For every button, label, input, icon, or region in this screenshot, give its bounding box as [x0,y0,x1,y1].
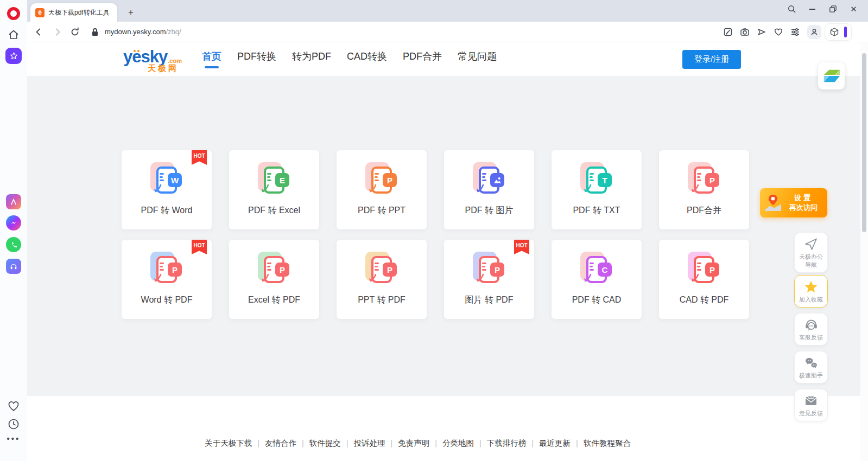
hot-badge: HOT [192,240,207,254]
widget-fast-assistant[interactable]: 极速助手 [794,351,828,383]
nav-item-5[interactable]: 常见问题 [458,42,497,76]
search-tabs-icon[interactable] [787,4,796,14]
close-button[interactable]: ✕ [849,4,858,14]
page-scrollbar[interactable] [860,42,868,461]
conversion-icon: P [362,162,401,198]
footer-link[interactable]: 友情合作 [265,439,296,447]
format-badge: P [705,262,719,277]
ssl-lock-icon[interactable] [90,27,100,37]
conversion-card[interactable]: HOT P CAD 转 PDF [659,240,749,319]
footer-link[interactable]: 下载排行榜 [487,439,527,447]
nav-item-label: CAD转换 [347,50,387,63]
footer-link[interactable]: 投诉处理 [353,439,385,447]
widget-customer-service[interactable]: 客服反馈 [794,313,828,345]
nav-item-3[interactable]: CAD转换 [347,42,387,76]
format-badge: P [168,262,182,277]
conversion-card[interactable]: HOT P PDF 转 PPT [337,150,427,229]
tab-favicon: ë [35,8,45,17]
sidebar-more-icon[interactable]: ••• [0,434,27,443]
tab-bar: ë 天极下载pdf转化工具 + ✕ [27,0,868,22]
star-icon [9,52,18,61]
widget-office-navigation[interactable]: 天极办公导航 [794,232,828,273]
widget-feedback[interactable]: 意见反馈 [794,389,828,421]
image-glyph-icon [493,176,502,184]
history-clock-icon[interactable] [7,418,20,431]
address-toolbar: mydown.yesky.com/zhq/ [27,22,868,42]
reload-button[interactable] [70,27,80,37]
conversion-icon: P [147,252,186,287]
main-nav: 首页PDF转换转为PDFCAD转换PDF合并常见问题 [202,42,497,76]
conversion-card-title: Word 转 PDF [122,294,212,306]
footer-link[interactable]: 关于天极下载 [205,439,252,447]
minimize-button[interactable] [808,4,817,14]
address-bar[interactable]: mydown.yesky.com/zhq/ [105,28,181,36]
footer-link[interactable]: 分类地图 [442,439,474,447]
restore-button[interactable] [828,4,838,14]
yesky-logo[interactable]: yesky .com 天极网 [123,47,182,74]
widget-label: 极速助手 [796,372,826,380]
profile-button[interactable] [807,25,821,39]
footer-separator: | [531,439,534,447]
forward-button[interactable] [53,27,62,37]
conversion-card[interactable]: HOT C PDF 转 CAD [552,240,642,319]
footer-link[interactable]: 最近更新 [539,439,571,447]
nav-item-1[interactable]: PDF转换 [237,42,276,76]
nav-item-4[interactable]: PDF合并 [403,42,442,76]
new-tab-button[interactable]: + [124,5,138,20]
panel-toggle-indicator[interactable] [844,27,847,37]
footer-link[interactable]: 免责声明 [398,439,429,447]
favorites-heart-icon[interactable] [774,27,783,37]
footer-separator: | [435,439,437,447]
whatsapp-icon[interactable] [6,237,21,252]
conversion-card[interactable]: HOT P Excel 转 PDF [229,240,319,319]
widget-label: 导航 [805,261,817,268]
snapshot-camera-icon[interactable] [740,27,750,37]
conversion-card[interactable]: HOT E PDF 转 Excel [229,150,319,229]
conversion-card-title: PDF 转 图片 [444,205,534,216]
wechat-icon [804,356,818,370]
conversion-card[interactable]: HOT T PDF 转 TXT [552,150,642,229]
pinboard-icon[interactable] [723,27,733,37]
hot-badge: HOT [192,150,207,165]
login-register-button[interactable]: 登录/注册 [682,50,741,69]
format-badge: P [383,173,397,187]
footer-separator: | [302,439,304,447]
conversion-icon: P [685,162,724,198]
nav-item-0[interactable]: 首页 [202,42,221,76]
browser-tab[interactable]: ë 天极下载pdf转化工具 [30,3,117,22]
conversion-card[interactable]: HOT P PDF合并 [659,150,749,229]
conversion-card[interactable]: HOT P 图片 转 PDF [444,240,534,319]
messenger-icon[interactable] [6,215,21,230]
conversion-card[interactable]: HOT W PDF 转 Word [122,150,212,229]
nav-item-2[interactable]: 转为PDF [292,42,331,76]
opera-logo-icon[interactable] [7,7,20,20]
extensions-cube-icon[interactable] [829,27,839,37]
footer-link[interactable]: 软件教程聚合 [584,439,631,447]
profile-icon [810,28,819,36]
back-button[interactable] [34,27,43,37]
conversion-card-title: PDF 转 PPT [337,205,427,216]
format-badge: P [383,262,397,277]
promo-set-revisit[interactable]: 设置 再次访问 [760,188,827,217]
footer-link[interactable]: 软件提交 [309,439,341,447]
easy-setup-tune-icon[interactable] [790,27,800,37]
widget-label: 加入收藏 [796,296,826,304]
footer-links: 关于天极下载|友情合作|软件提交|投诉处理|免责声明|分类地图|下载排行榜|最近… [27,438,808,449]
nav-item-label: PDF转换 [237,50,276,63]
aria-ai-icon[interactable] [6,194,21,209]
conversion-card[interactable]: HOT PDF 转 图片 [444,150,534,229]
conversion-card[interactable]: HOT P PPT 转 PDF [337,240,427,319]
my-flow-send-icon[interactable] [757,27,766,37]
conversion-card[interactable]: HOT P Word 转 PDF [122,240,212,319]
starred-panel-button[interactable] [5,48,22,64]
home-icon[interactable] [7,28,20,41]
conversion-card-title: PDF 转 TXT [552,205,642,216]
widget-add-favorite[interactable]: 加入收藏 [794,275,828,308]
conversion-icon: C [577,252,616,287]
headphones-icon[interactable] [6,259,21,274]
converter-app-logo-card[interactable] [818,62,845,89]
conversion-card-title: PPT 转 PDF [337,294,427,306]
scrollbar-thumb[interactable] [862,53,866,232]
bookmarks-heart-icon[interactable] [7,400,20,413]
widget-label: 意见反馈 [796,409,826,418]
